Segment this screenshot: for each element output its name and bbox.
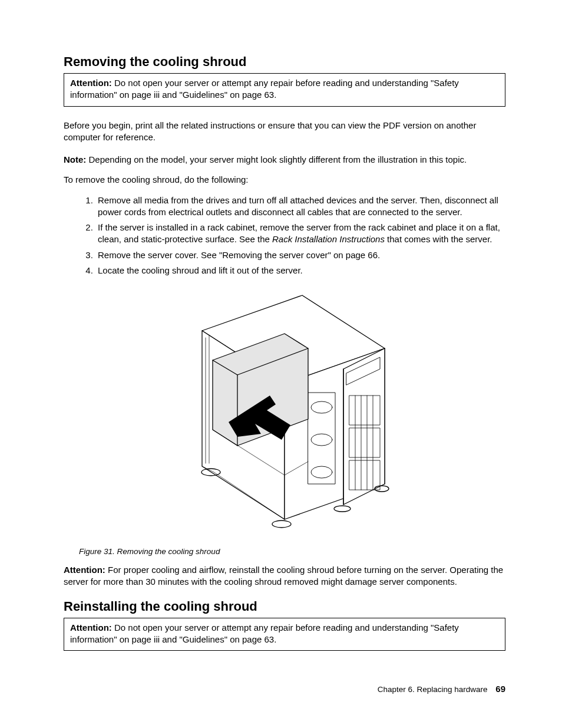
section-heading-reinstalling: Reinstalling the cooling shroud — [64, 599, 505, 614]
page-number: 69 — [495, 684, 505, 694]
server-illustration — [167, 289, 402, 537]
lead-in: To remove the cooling shroud, do the fol… — [64, 174, 505, 186]
attention-box-1: Attention: Do not open your server or at… — [64, 73, 505, 107]
svg-point-19 — [272, 521, 291, 528]
step-3: Remove the server cover. See "Removing t… — [95, 249, 505, 261]
svg-point-20 — [334, 506, 351, 512]
attention-text-3: Do not open your server or attempt any r… — [70, 622, 459, 644]
page-footer: Chapter 6. Replacing hardware 69 — [378, 684, 505, 694]
svg-point-21 — [375, 486, 389, 492]
note-label: Note: — [64, 154, 86, 164]
attention-label-3: Attention: — [70, 622, 112, 633]
attention-label-2: Attention: — [64, 565, 105, 575]
post-figure-attention: Attention: For proper cooling and airflo… — [64, 564, 505, 588]
rack-instructions-ref: Rack Installation Instructions — [272, 234, 385, 244]
note-paragraph: Note: Depending on the model, your serve… — [64, 154, 505, 166]
attention-label: Attention: — [70, 78, 112, 88]
chapter-label: Chapter 6. Replacing hardware — [378, 685, 488, 694]
steps-list: Remove all media from the drives and tur… — [64, 195, 505, 277]
attention-text: Do not open your server or attempt any r… — [70, 78, 459, 100]
step-2: If the server is installed in a rack cab… — [95, 222, 505, 246]
section-heading-removing: Removing the cooling shroud — [64, 54, 505, 70]
figure-31 — [64, 289, 505, 539]
step-4: Locate the cooling shroud and lift it ou… — [95, 265, 505, 276]
attention-box-2: Attention: Do not open your server or at… — [64, 618, 505, 651]
step-1: Remove all media from the drives and tur… — [95, 195, 505, 219]
note-text: Depending on the model, your server migh… — [86, 154, 467, 164]
figure-caption: Figure 31. Removing the cooling shroud — [79, 547, 505, 556]
attention-text-2: For proper cooling and airflow, reinstal… — [64, 565, 503, 587]
intro-paragraph: Before you begin, print all the related … — [64, 120, 505, 144]
